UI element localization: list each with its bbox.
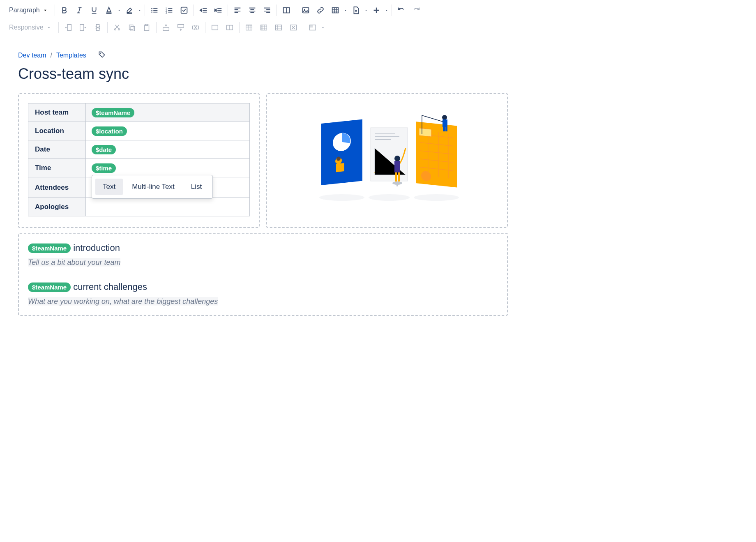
svg-point-56: [369, 194, 410, 201]
col-insert-right-button[interactable]: [76, 21, 90, 34]
chevron-down-icon[interactable]: [343, 7, 348, 13]
chevron-down-icon[interactable]: [384, 7, 389, 13]
table-delete-button[interactable]: [286, 21, 300, 34]
chevron-down-icon[interactable]: [364, 7, 369, 13]
table-header-cell[interactable]: Time: [28, 159, 86, 177]
svg-rect-39: [336, 163, 344, 172]
table-row: Date $date: [28, 140, 250, 159]
table-cell[interactable]: [86, 198, 250, 216]
breadcrumb-parent-link[interactable]: Templates: [56, 52, 86, 59]
table-header-cell[interactable]: Date: [28, 140, 86, 159]
paragraph-style-label: Paragraph: [9, 7, 40, 14]
section-heading[interactable]: current challenges: [73, 282, 147, 292]
table-header-col-button[interactable]: [257, 21, 271, 34]
table-header-cell[interactable]: Apologies: [28, 198, 86, 216]
variable-type-multiline-button[interactable]: Multi-line Text: [124, 179, 182, 195]
italic-button[interactable]: [72, 3, 86, 17]
merge-cells-button[interactable]: [208, 21, 222, 34]
align-left-button[interactable]: [230, 3, 244, 17]
copy-row-button[interactable]: [125, 21, 139, 34]
variable-token[interactable]: $teamName: [28, 243, 71, 253]
info-table: Host team $teamName Location $location D…: [28, 103, 250, 216]
variable-token[interactable]: $teamName: [92, 108, 134, 117]
bullet-list-button[interactable]: [148, 3, 161, 17]
text-color-button[interactable]: [102, 3, 116, 17]
page-layout-button[interactable]: [279, 3, 293, 17]
col-insert-left-button[interactable]: [61, 21, 75, 34]
paragraph-style-dropdown[interactable]: Paragraph: [5, 4, 52, 16]
svg-rect-12: [332, 8, 338, 13]
highlight-button[interactable]: [122, 3, 136, 17]
svg-rect-52: [443, 119, 447, 127]
svg-rect-10: [302, 8, 309, 13]
row-insert-above-button[interactable]: [159, 21, 173, 34]
link-button[interactable]: [313, 3, 327, 17]
variable-token[interactable]: $date: [92, 145, 116, 154]
responsive-dropdown[interactable]: Responsive: [5, 21, 56, 34]
page-title[interactable]: Cross-team sync: [18, 65, 508, 83]
layout-cell-right[interactable]: [266, 93, 508, 228]
table-cell[interactable]: $time: [86, 159, 250, 177]
table-cell[interactable]: Text Multi-line Text List: [86, 177, 250, 198]
svg-rect-28: [246, 25, 252, 27]
template-button[interactable]: [349, 3, 363, 17]
svg-rect-23: [177, 25, 184, 28]
svg-point-42: [394, 156, 400, 161]
align-right-button[interactable]: [260, 3, 274, 17]
align-center-button[interactable]: [245, 3, 259, 17]
cut-row-button[interactable]: [110, 21, 124, 34]
image-button[interactable]: [299, 3, 313, 17]
svg-point-51: [442, 115, 447, 120]
svg-rect-53: [443, 126, 445, 131]
variable-token[interactable]: $time: [92, 163, 116, 173]
row-delete-button[interactable]: [189, 21, 203, 34]
table-numbered-button[interactable]: [272, 21, 286, 34]
row-insert-below-button[interactable]: [174, 21, 188, 34]
variable-type-list-button[interactable]: List: [184, 179, 209, 195]
chevron-down-icon[interactable]: [320, 25, 325, 30]
labels-icon[interactable]: [98, 51, 106, 60]
svg-rect-1: [127, 13, 132, 14]
chevron-down-icon[interactable]: [117, 7, 122, 13]
table-header-cell[interactable]: Host team: [28, 103, 86, 122]
chevron-down-icon[interactable]: [137, 7, 142, 13]
table-header-cell[interactable]: Location: [28, 122, 86, 140]
bold-button[interactable]: [58, 3, 71, 17]
paste-row-button[interactable]: [140, 21, 154, 34]
placeholder-text[interactable]: What are you working on, what are the bi…: [28, 297, 218, 305]
svg-rect-30: [260, 25, 263, 30]
variable-token[interactable]: $teamName: [28, 282, 71, 292]
numbered-list-button[interactable]: 123: [162, 3, 176, 17]
table-cell[interactable]: $teamName: [86, 103, 250, 122]
layout-cell-full[interactable]: $teamName introduction Tell us a bit abo…: [18, 233, 508, 316]
table-header-row-button[interactable]: [242, 21, 256, 34]
indent-button[interactable]: [211, 3, 225, 17]
variable-token[interactable]: $location: [92, 126, 127, 136]
split-cells-button[interactable]: [223, 21, 237, 34]
chevron-down-icon: [46, 25, 52, 30]
underline-button[interactable]: [87, 3, 101, 17]
table-row: Apologies: [28, 198, 250, 216]
table-cell[interactable]: $location: [86, 122, 250, 140]
svg-point-3: [151, 10, 152, 11]
table-header-cell[interactable]: Attendees: [28, 177, 86, 198]
chevron-down-icon: [42, 7, 48, 13]
table-button[interactable]: [328, 3, 342, 17]
undo-button[interactable]: [394, 3, 408, 17]
layout-cell-left[interactable]: Host team $teamName Location $location D…: [18, 93, 260, 228]
variable-type-text-button[interactable]: Text: [95, 179, 123, 195]
redo-button[interactable]: [409, 3, 423, 17]
insert-button[interactable]: [369, 3, 383, 17]
svg-rect-25: [212, 25, 218, 30]
breadcrumb-space-link[interactable]: Dev team: [18, 52, 46, 59]
svg-point-2: [151, 8, 152, 9]
svg-rect-43: [394, 161, 400, 172]
table-cell[interactable]: $date: [86, 140, 250, 159]
task-list-button[interactable]: [177, 3, 191, 17]
col-delete-button[interactable]: [91, 21, 105, 34]
cell-background-button[interactable]: [306, 21, 320, 34]
outdent-button[interactable]: [196, 3, 210, 17]
placeholder-text[interactable]: Tell us a bit about your team: [28, 258, 120, 266]
svg-text:3: 3: [166, 11, 167, 14]
section-heading[interactable]: introduction: [73, 243, 120, 253]
